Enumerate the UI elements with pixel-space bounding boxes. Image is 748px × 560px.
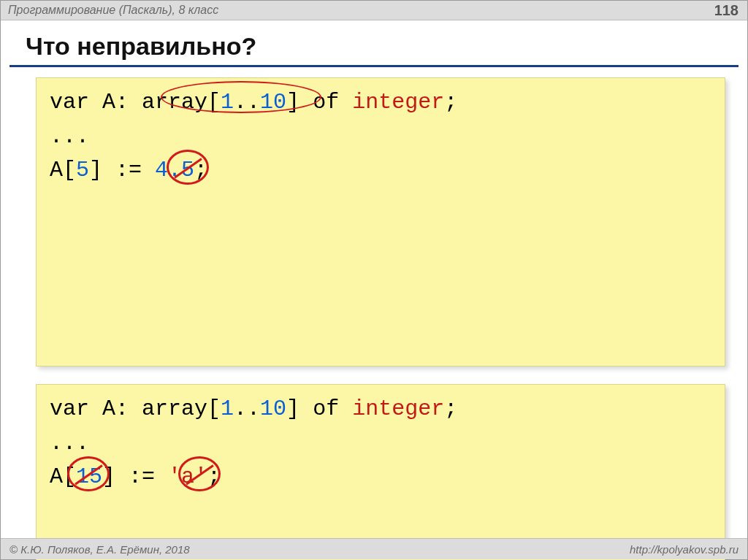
code-text: A: [89, 90, 142, 115]
code-text: ... [50, 431, 89, 456]
code-text: a [181, 464, 194, 489]
code-text: ] [286, 396, 299, 421]
page-number: 118 [714, 2, 739, 19]
code-text: ] [286, 90, 299, 115]
code-text: 15 [76, 464, 102, 489]
course-label: Программирование (Паскаль), 8 класс [8, 4, 218, 17]
code-text: A: [89, 396, 142, 421]
code-text: of [299, 90, 352, 115]
code-text: .. [234, 396, 260, 421]
code-text: 10 [260, 396, 286, 421]
code-text: 10 [260, 90, 286, 115]
code-text: ; [444, 396, 457, 421]
code-text: ; [194, 158, 207, 183]
code-text: 5 [76, 158, 89, 183]
code-text: ] := [89, 158, 155, 183]
code-text: integer [352, 396, 444, 421]
code-text: [ [207, 396, 221, 421]
code-text: 4.5 [155, 158, 194, 183]
code-block-1: var A: array[1..10] of integer; ... A[5]… [36, 77, 725, 367]
code-text: of [299, 396, 352, 421]
footer: © К.Ю. Поляков, Е.А. Ерёмин, 2018 http:/… [1, 538, 747, 559]
code-text: array [142, 396, 207, 421]
code-text: ' [168, 464, 181, 489]
code-text: var [50, 90, 89, 115]
code-text: .. [234, 90, 260, 115]
code-text: ... [50, 124, 89, 149]
code-text: ; [444, 90, 457, 115]
top-bar: Программирование (Паскаль), 8 класс 118 [1, 1, 747, 20]
code-text: ] := [102, 464, 168, 489]
code-text: ; [207, 464, 221, 489]
slide: Программирование (Паскаль), 8 класс 118 … [0, 0, 748, 560]
copyright-text: © К.Ю. Поляков, Е.А. Ерёмин, 2018 [9, 543, 190, 556]
code-text: 1 [221, 396, 234, 421]
code-text: ' [194, 464, 207, 489]
code-text: array [142, 90, 207, 115]
code-text: var [50, 396, 89, 421]
title-rule [9, 65, 739, 67]
code-text: 1 [221, 90, 234, 115]
code-block-2: var A: array[1..10] of integer; ... A[15… [36, 384, 725, 560]
footer-url: http://kpolyakov.spb.ru [630, 543, 739, 556]
code-text: [ [207, 90, 221, 115]
code-text: integer [352, 90, 444, 115]
code-text: A[ [50, 158, 76, 183]
code-text: A[ [50, 464, 76, 489]
page-title: Что неправильно? [1, 20, 747, 65]
